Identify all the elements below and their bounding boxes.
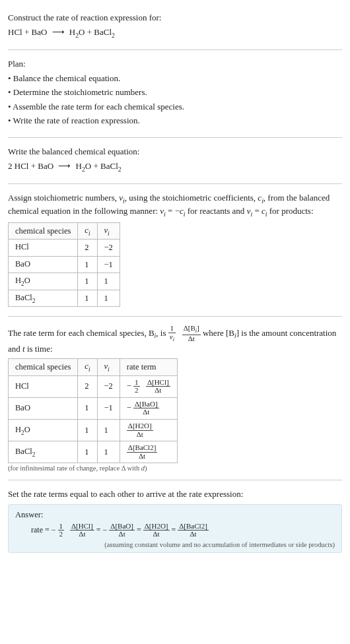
intro-eq: HCl + BaO ⟶ H2O + BaCl2: [8, 26, 342, 40]
cell-ci: 1: [78, 290, 97, 307]
table-row: H2O 1 1: [9, 273, 120, 290]
final-section: Set the rate terms equal to each other t…: [8, 482, 342, 560]
cell-ci: 2: [78, 375, 97, 397]
cell-species: BaCl2: [9, 290, 78, 307]
plan-heading: Plan:: [8, 58, 342, 70]
fraction: 1 νi: [168, 325, 176, 342]
answer-label: Answer:: [15, 510, 335, 520]
fraction: Δ[HCl]Δt: [146, 379, 170, 395]
balanced-eq-rhs: H2O + BaCl2: [76, 161, 122, 171]
cell-nui: −2: [97, 375, 120, 397]
stoich-table: chemical species ci νi HCl 2 −2 BaO 1 −1…: [8, 222, 120, 307]
plan-item: • Assemble the rate term for each chemic…: [8, 101, 342, 113]
cell-species: H2O: [9, 419, 78, 441]
balanced-line1: Write the balanced chemical equation:: [8, 146, 342, 158]
cell-nui: −1: [97, 256, 120, 273]
col-species: chemical species: [9, 359, 78, 376]
cell-species: HCl: [9, 240, 78, 257]
final-line1: Set the rate terms equal to each other t…: [8, 488, 342, 500]
table-row: HCl 2 −2 − 12 Δ[HCl]Δt: [9, 375, 178, 397]
cell-nui: −1: [97, 397, 120, 419]
plan-item: • Determine the stoichiometric numbers.: [8, 86, 342, 98]
table-header-row: chemical species ci νi rate term: [9, 359, 178, 376]
col-species: chemical species: [9, 222, 78, 240]
fraction: Δ[H2O]Δt: [143, 523, 170, 538]
cell-species: BaO: [9, 256, 78, 273]
rate-footnote: (for infinitesimal rate of change, repla…: [8, 465, 342, 472]
intro-eq-rhs: H2O + BaCl2: [69, 27, 115, 37]
divider: [8, 316, 342, 317]
table-row: BaCl2 1 1 Δ[BaCl2]Δt: [9, 441, 178, 463]
fraction: Δ[BaCl2]Δt: [127, 444, 158, 460]
cell-species: BaCl2: [9, 441, 78, 463]
cell-nui: 1: [97, 290, 120, 307]
divider: [8, 480, 342, 480]
cell-species: BaO: [9, 397, 78, 419]
table-header-row: chemical species ci νi: [9, 222, 120, 240]
balanced-eq-lhs: 2 HCl + BaO: [8, 161, 53, 171]
rate-intro-text: The rate term for each chemical species,…: [8, 325, 342, 354]
cell-nui: 1: [97, 441, 120, 463]
fraction: Δ[BaO]Δt: [133, 401, 159, 416]
fraction: Δ[BaO]Δt: [109, 523, 135, 538]
fraction: 12: [133, 379, 140, 395]
answer-note: (assuming constant volume and no accumul…: [15, 541, 335, 548]
arrow-icon: ⟶: [50, 27, 67, 37]
col-ci: ci: [78, 222, 97, 240]
table-row: H2O 1 1 Δ[H2O]Δt: [9, 419, 178, 441]
divider: [8, 137, 342, 138]
rate-table: chemical species ci νi rate term HCl 2 −…: [8, 358, 178, 463]
table-row: BaO 1 −1: [9, 256, 120, 273]
divider: [8, 183, 342, 184]
cell-rate: Δ[BaCl2]Δt: [120, 441, 177, 463]
cell-ci: 1: [78, 273, 97, 290]
cell-ci: 1: [78, 441, 97, 463]
balanced-eq: 2 HCl + BaO ⟶ H2O + BaCl2: [8, 160, 342, 174]
plan-item: • Write the rate of reaction expression.: [8, 115, 342, 127]
intro-eq-lhs: HCl + BaO: [8, 27, 47, 37]
fraction: Δ[Bi] Δt: [182, 325, 201, 342]
col-nui: νi: [97, 359, 120, 376]
fraction: Δ[BaCl2]Δt: [178, 523, 209, 538]
cell-nui: 1: [97, 273, 120, 290]
cell-rate: − Δ[BaO]Δt: [120, 397, 177, 419]
arrow-icon: ⟶: [55, 161, 73, 171]
answer-equation: rate = − 12 Δ[HCl]Δt = − Δ[BaO]Δt = Δ[H2…: [15, 523, 335, 538]
cell-nui: 1: [97, 419, 120, 441]
intro-line1: Construct the rate of reaction expressio…: [8, 12, 342, 24]
divider: [8, 49, 342, 50]
assign-text: Assign stoichiometric numbers, νi, using…: [8, 192, 342, 218]
answer-box: Answer: rate = − 12 Δ[HCl]Δt = − Δ[BaO]Δ…: [8, 504, 342, 553]
assign-section: Assign stoichiometric numbers, νi, using…: [8, 185, 342, 315]
cell-ci: 1: [78, 256, 97, 273]
col-ci: ci: [78, 359, 97, 376]
col-rate: rate term: [120, 359, 177, 376]
table-row: HCl 2 −2: [9, 240, 120, 257]
cell-nui: −2: [97, 240, 120, 257]
fraction: 12: [58, 523, 65, 538]
cell-ci: 2: [78, 240, 97, 257]
cell-species: H2O: [9, 273, 78, 290]
col-nui: νi: [97, 222, 120, 240]
table-row: BaO 1 −1 − Δ[BaO]Δt: [9, 397, 178, 419]
plan-section: Plan: • Balance the chemical equation. •…: [8, 51, 342, 136]
cell-species: HCl: [9, 375, 78, 397]
intro-section: Construct the rate of reaction expressio…: [8, 5, 342, 48]
table-row: BaCl2 1 1: [9, 290, 120, 307]
cell-ci: 1: [78, 397, 97, 419]
balanced-section: Write the balanced chemical equation: 2 …: [8, 139, 342, 182]
plan-item: • Balance the chemical equation.: [8, 73, 342, 84]
rate-intro-section: The rate term for each chemical species,…: [8, 318, 342, 478]
fraction: Δ[H2O]Δt: [127, 422, 153, 438]
fraction: Δ[HCl]Δt: [70, 523, 94, 538]
cell-rate: Δ[H2O]Δt: [120, 419, 177, 441]
cell-ci: 1: [78, 419, 97, 441]
cell-rate: − 12 Δ[HCl]Δt: [120, 375, 177, 397]
